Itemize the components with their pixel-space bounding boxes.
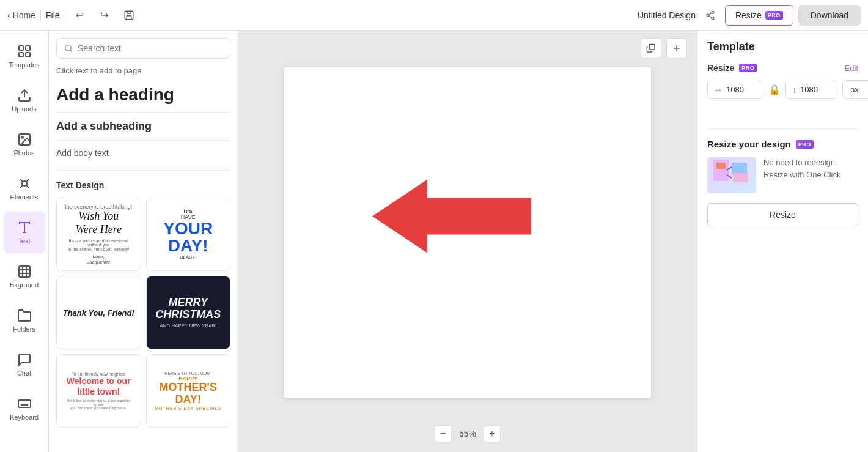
sidebar-label-background: Bkground — [10, 281, 39, 289]
width-icon: ↔ — [714, 85, 723, 95]
chevron-left-icon: ‹ — [7, 10, 10, 20]
sidebar-label-text: Text — [18, 237, 30, 245]
copy-page-button[interactable] — [641, 38, 661, 59]
sidebar-item-folders[interactable]: Folders — [4, 300, 45, 341]
resize-section: Resize PRO Edit ↔ 🔒 ↕ px in cm mm — [707, 63, 858, 104]
svg-rect-6 — [26, 46, 30, 50]
text-card-merry[interactable]: MERRYCHRISTMAS AND HAPPY NEW YEAR! — [146, 276, 231, 349]
zoom-in-button[interactable]: + — [484, 425, 501, 442]
edit-link[interactable]: Edit — [845, 64, 858, 73]
document-title[interactable]: Untitled Design — [638, 10, 696, 20]
svg-point-2 — [712, 11, 714, 13]
svg-point-3 — [707, 14, 709, 17]
svg-point-4 — [712, 17, 714, 19]
svg-rect-18 — [649, 44, 655, 50]
svg-rect-8 — [26, 53, 30, 57]
cta-pro-badge: PRO — [796, 140, 814, 149]
zoom-level: 55% — [459, 429, 476, 439]
add-page-button[interactable] — [666, 38, 687, 59]
sidebar-label-templates: Templates — [9, 61, 39, 69]
canvas-area[interactable]: − 55% + — [238, 31, 697, 452]
text-card-wish[interactable]: the scenery is breathtaking! Wish YouWer… — [56, 198, 141, 271]
redo-button[interactable]: ↪ — [95, 6, 114, 25]
sidebar-item-chat[interactable]: Chat — [4, 344, 45, 385]
text-card-mother[interactable]: HERE'S TO YOU, MOM! HAPPY MOTHER'SDAY! M… — [146, 354, 231, 428]
main-area: Templates Uploads Photos Elements — [0, 31, 868, 452]
resize-cta-button[interactable]: Resize — [707, 203, 858, 226]
file-menu[interactable]: File — [46, 10, 60, 20]
cta-row: No need to redesign. Resize with One Cli… — [707, 157, 858, 193]
right-panel-title: Template — [707, 40, 858, 53]
separator2 — [65, 9, 65, 21]
resize-pro-badge: PRO — [739, 64, 757, 72]
height-field[interactable]: ↕ — [785, 81, 837, 99]
add-subheading-button[interactable]: Add a subheading — [56, 120, 230, 133]
sidebar-label-elements: Elements — [10, 193, 39, 201]
lock-icon: 🔒 — [768, 84, 781, 95]
search-input[interactable] — [78, 43, 223, 53]
resize-cta-desc: No need to redesign. Resize with One Cli… — [763, 157, 858, 180]
text-card-its[interactable]: IT'S HAVE YOURDAY! BLAST! — [146, 198, 231, 271]
cta-thumbnail-svg — [713, 160, 750, 190]
arrow-element[interactable] — [372, 180, 531, 268]
sidebar-item-elements[interactable]: Elements — [4, 168, 45, 209]
topbar: ‹ Home File ↩ ↪ Untitled Design Resize P… — [0, 0, 868, 31]
click-hint: Click text to add to page — [56, 66, 230, 75]
undo-button[interactable]: ↩ — [70, 6, 90, 25]
height-input[interactable] — [800, 85, 831, 94]
text-card-welcome[interactable]: To our friendly new neighbor Welcome to … — [56, 354, 141, 428]
search-box[interactable] — [56, 38, 230, 59]
svg-point-11 — [21, 136, 23, 138]
svg-rect-16 — [18, 400, 31, 407]
svg-rect-5 — [19, 46, 23, 50]
canvas-zoom: − 55% + — [435, 425, 501, 442]
topbar-center: Untitled Design — [638, 6, 720, 25]
left-panel: Click text to add to page Add a heading … — [49, 31, 238, 452]
canvas-page[interactable] — [284, 67, 651, 398]
sidebar-item-keyboard[interactable]: Keyboard — [4, 388, 45, 429]
arrow-svg — [372, 180, 531, 265]
topbar-right: Resize PRO Download — [725, 5, 861, 26]
unit-select[interactable]: px in cm mm — [842, 80, 868, 99]
add-body-button[interactable]: Add body text — [56, 148, 230, 158]
sidebar-label-folders: Folders — [13, 325, 35, 333]
resize-cta: Resize your design PRO No need to redesi… — [707, 128, 858, 226]
right-panel: Template Resize PRO Edit ↔ 🔒 ↕ px — [697, 31, 868, 452]
svg-rect-7 — [19, 53, 23, 57]
share-icon[interactable] — [701, 6, 720, 25]
resize-cta-title: Resize your design — [707, 139, 791, 149]
text-design-title: Text Design — [56, 180, 230, 190]
download-button[interactable]: Download — [798, 5, 861, 26]
sidebar-item-uploads[interactable]: Uploads — [4, 80, 45, 121]
separator — [40, 9, 41, 21]
search-icon — [64, 44, 73, 53]
card-wish-line1: the scenery is breathtaking! — [62, 204, 136, 210]
sidebar-item-photos[interactable]: Photos — [4, 124, 45, 165]
sidebar-item-background[interactable]: Bkground — [4, 256, 45, 297]
sidebar-label-uploads: Uploads — [12, 105, 36, 113]
width-input[interactable] — [726, 85, 757, 94]
home-link[interactable]: ‹ Home — [7, 10, 35, 20]
canvas-toolbar — [641, 38, 687, 59]
text-card-thankyou[interactable]: Thank You, Friend! — [56, 276, 141, 349]
resize-button[interactable]: Resize PRO — [725, 5, 793, 26]
save-icon-button[interactable] — [119, 6, 139, 25]
svg-rect-24 — [732, 163, 747, 174]
sidebar-item-text[interactable]: Text — [4, 212, 45, 253]
add-heading-button[interactable]: Add a heading — [56, 85, 230, 105]
icon-sidebar: Templates Uploads Photos Elements — [0, 31, 49, 452]
cta-thumbnail — [707, 157, 756, 193]
sidebar-label-photos: Photos — [13, 149, 34, 157]
card-wish-sign: Love,Jacqueline — [62, 254, 136, 265]
width-field[interactable]: ↔ — [707, 81, 763, 99]
topbar-left: ‹ Home File ↩ ↪ — [7, 6, 633, 25]
svg-marker-21 — [372, 180, 531, 253]
sidebar-label-keyboard: Keyboard — [10, 413, 39, 421]
text-design-grid: the scenery is breathtaking! Wish YouWer… — [56, 198, 230, 428]
zoom-out-button[interactable]: − — [435, 425, 452, 442]
card-wish-main: Wish YouWere Here — [62, 210, 136, 236]
card-wish-sub: It's our picture-perfect weekend without… — [62, 239, 136, 251]
resize-section-header: Resize PRO Edit — [707, 63, 858, 73]
sidebar-item-templates[interactable]: Templates — [4, 35, 45, 77]
svg-rect-1 — [127, 15, 131, 19]
